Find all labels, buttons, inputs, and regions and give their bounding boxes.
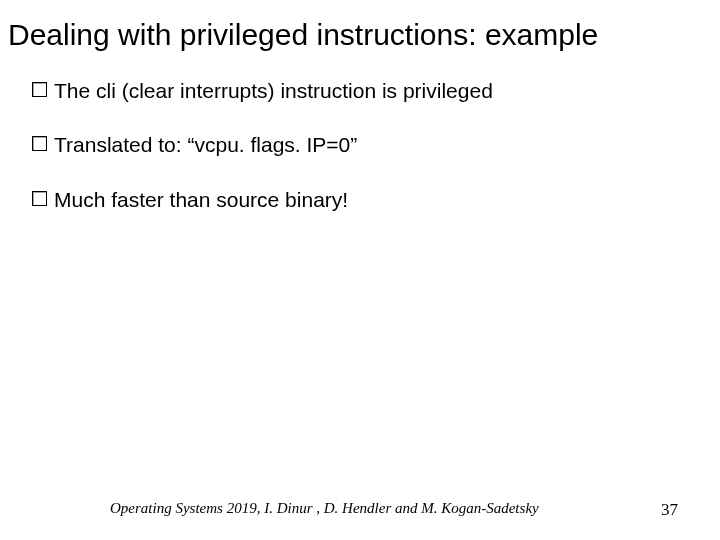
footer: Operating Systems 2019, I. Dinur , D. He… (0, 500, 720, 520)
footer-credit: Operating Systems 2019, I. Dinur , D. He… (110, 500, 539, 520)
page-title: Dealing with privileged instructions: ex… (8, 18, 712, 52)
bullet-list: The cli (clear interrupts) instruction i… (8, 78, 712, 213)
list-item: Translated to: “vcpu. flags. IP=0” (32, 132, 712, 158)
list-item-label: Much faster than source binary! (54, 187, 348, 213)
list-item-label: The cli (clear interrupts) instruction i… (54, 78, 493, 104)
page-number: 37 (661, 500, 684, 520)
list-item-label: Translated to: “vcpu. flags. IP=0” (54, 132, 357, 158)
list-item: The cli (clear interrupts) instruction i… (32, 78, 712, 104)
slide: Dealing with privileged instructions: ex… (0, 0, 720, 540)
checkbox-icon (32, 136, 47, 151)
checkbox-icon (32, 191, 47, 206)
list-item: Much faster than source binary! (32, 187, 712, 213)
checkbox-icon (32, 82, 47, 97)
